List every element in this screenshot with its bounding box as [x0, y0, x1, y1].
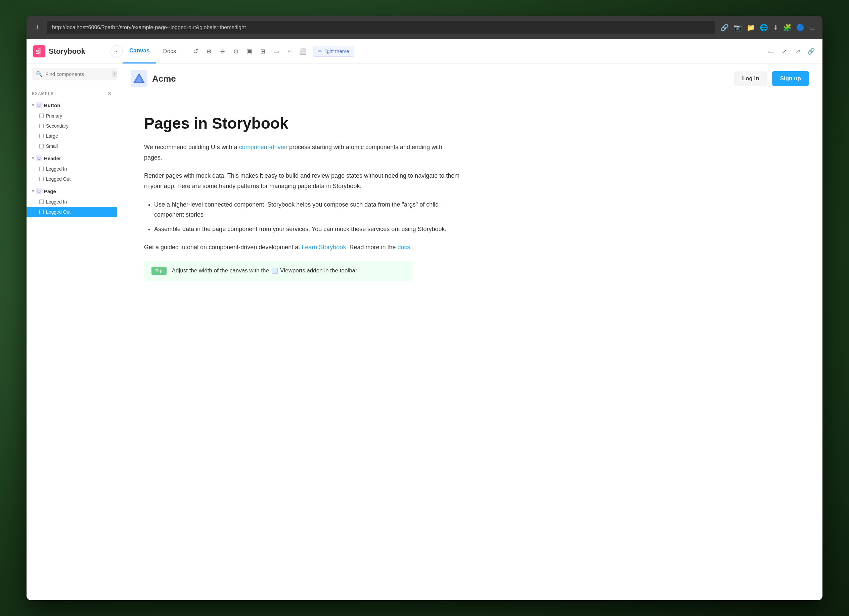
svg-text:S: S: [36, 48, 40, 55]
nav-item-label: Small: [46, 143, 58, 149]
component-driven-link[interactable]: component-driven: [239, 144, 287, 151]
page-logo-area: Acme: [131, 70, 176, 87]
folder-icon[interactable]: 📁: [746, 24, 755, 31]
app-area: S Storybook ··· Canvas Docs ↺ ⊕ ⊖ ⊙ ▣ ⊞ …: [27, 39, 822, 600]
nav-group-header: ▾ ⬡ Header Logged In Logged Out: [27, 152, 117, 184]
list-item: Assemble data in the page component from…: [154, 224, 460, 234]
nav-group-header-label: Header: [44, 155, 61, 161]
storybook-logo-icon: S: [33, 45, 45, 57]
nav-group-header-header[interactable]: ▾ ⬡ Header: [27, 152, 117, 164]
canvas-area: Acme Log in Sign up Pages in Storybook W…: [117, 64, 822, 600]
open-new-tab-btn[interactable]: ↗: [792, 45, 804, 57]
nav-section-label: EXAMPLE: [32, 91, 54, 96]
search-input[interactable]: [45, 71, 109, 77]
docs-link[interactable]: docs: [397, 244, 410, 251]
component-icon: ⬡: [36, 102, 42, 108]
fullscreen-btn[interactable]: ⤢: [778, 45, 790, 57]
desktop-view-btn[interactable]: ▭: [765, 45, 777, 57]
copy-link-btn[interactable]: 🔗: [805, 45, 817, 57]
link-icon[interactable]: 🔗: [720, 24, 729, 31]
nav-group-page: ▾ ⬡ Page Logged In Logged Out: [27, 185, 117, 217]
component-icon: ⬡: [36, 155, 42, 161]
story-icon: [39, 144, 44, 148]
story-icon: [39, 167, 44, 171]
pencil-icon: ✏: [318, 48, 322, 54]
zoom-out-icon-btn[interactable]: ⊖: [216, 45, 228, 57]
search-input-wrap[interactable]: 🔍 /: [32, 68, 117, 80]
tip-text-after: Viewports addon in the toolbar: [279, 267, 357, 274]
sidebar-toggle-icon[interactable]: ▭: [809, 24, 816, 31]
address-bar[interactable]: http://localhost:6006/?path=/story/examp…: [47, 21, 715, 34]
padding-icon-btn[interactable]: ▭: [270, 45, 282, 57]
nav-item-label: Secondary: [46, 123, 69, 129]
nav-item-label: Logged In: [46, 199, 67, 204]
reload-icon-btn[interactable]: ↺: [189, 45, 201, 57]
nav-item-button-secondary[interactable]: Secondary: [27, 121, 117, 131]
nav-item-page-loggedin[interactable]: Logged In: [27, 197, 117, 207]
list-item: Use a higher-level connected component. …: [154, 200, 460, 220]
chevron-down-icon: ▾: [32, 156, 34, 161]
download-icon[interactable]: ⬇: [773, 24, 779, 31]
nav-item-header-loggedout[interactable]: Logged Out: [27, 174, 117, 184]
page-list: Use a higher-level connected component. …: [144, 200, 460, 234]
info-icon: i: [33, 24, 41, 31]
nav-item-button-large[interactable]: Large: [27, 131, 117, 141]
nav-item-button-primary[interactable]: Primary: [27, 111, 117, 121]
nav-item-label: Logged Out: [46, 176, 70, 182]
nav-item-label: Large: [46, 133, 58, 139]
story-icon: [39, 134, 44, 139]
paragraph3-before: Get a guided tutorial on component-drive…: [144, 244, 302, 251]
background-icon-btn[interactable]: ▣: [243, 45, 255, 57]
tip-box: Tip Adjust the width of the canvas with …: [144, 261, 413, 281]
theme-button[interactable]: ✏ light theme: [313, 46, 354, 57]
tip-badge: Tip: [152, 267, 167, 275]
nav-item-page-loggedout[interactable]: Logged Out: [27, 207, 117, 217]
reset-zoom-icon-btn[interactable]: ⊙: [230, 45, 242, 57]
paragraph3-after: . Read more in the: [346, 244, 397, 251]
nav-group-page-label: Page: [44, 188, 56, 194]
storybook-menu-button[interactable]: ···: [110, 45, 122, 57]
browser-chrome: i http://localhost:6006/?path=/story/exa…: [27, 16, 822, 39]
nav-group-button-header[interactable]: ▾ ⬡ Button: [27, 99, 117, 111]
search-shortcut: /: [112, 71, 117, 77]
zoom-in-icon-btn[interactable]: ⊕: [203, 45, 215, 57]
browser-window: i http://localhost:6006/?path=/story/exa…: [27, 16, 822, 600]
page-body: Pages in Storybook We recommend building…: [117, 94, 487, 294]
storybook-header: S Storybook ··· Canvas Docs ↺ ⊕ ⊖ ⊙ ▣ ⊞ …: [27, 39, 822, 64]
tab-canvas[interactable]: Canvas: [122, 39, 156, 64]
login-button[interactable]: Log in: [734, 71, 767, 86]
acme-logo-icon: [131, 70, 147, 87]
camera-icon[interactable]: 📷: [733, 24, 742, 31]
extension-icon[interactable]: 🧩: [783, 24, 792, 31]
signup-button[interactable]: Sign up: [772, 71, 809, 86]
paragraph3-end: .: [410, 244, 412, 251]
tip-text-before: Adjust the width of the canvas with the: [172, 267, 271, 274]
main-layout: 🔍 / EXAMPLE ✕ ▾ ⬡ Bu: [27, 64, 822, 600]
nav-group-button-label: Button: [44, 103, 60, 108]
nav-group-button: ▾ ⬡ Button Primary Secondary: [27, 99, 117, 151]
tab-docs[interactable]: Docs: [156, 39, 183, 64]
storybook-logo-area: S Storybook ···: [32, 45, 122, 57]
globe-icon[interactable]: 🌐: [760, 24, 768, 31]
tip-text: Adjust the width of the canvas with the …: [172, 267, 357, 274]
nav-close-button[interactable]: ✕: [107, 90, 112, 97]
responsive-icon-btn[interactable]: ↔: [283, 45, 295, 57]
browser-actions: 🔗 📷 📁 🌐 ⬇ 🧩 🔵 ▭: [720, 24, 816, 31]
storybook-title: Storybook: [49, 47, 85, 56]
fullscreen-icon-btn[interactable]: ⬜: [297, 45, 309, 57]
learn-storybook-link[interactable]: Learn Storybook: [302, 244, 346, 251]
nav-item-button-small[interactable]: Small: [27, 141, 117, 151]
shield-icon[interactable]: 🔵: [796, 24, 805, 31]
nav-section-header: EXAMPLE ✕: [27, 88, 117, 99]
acme-title: Acme: [152, 73, 176, 84]
story-icon: [39, 177, 44, 181]
story-icon: [39, 113, 44, 118]
page-paragraph-2: Render pages with mock data. This makes …: [144, 171, 460, 191]
nav-group-page-header[interactable]: ▾ ⬡ Page: [27, 185, 117, 197]
nav-item-label: Logged In: [46, 166, 67, 172]
story-icon: [39, 124, 44, 128]
nav-item-header-loggedin[interactable]: Logged In: [27, 164, 117, 174]
grid-icon-btn[interactable]: ⊞: [256, 45, 269, 57]
page-header-bar: Acme Log in Sign up: [117, 64, 822, 94]
page-paragraph-3: Get a guided tutorial on component-drive…: [144, 242, 460, 253]
